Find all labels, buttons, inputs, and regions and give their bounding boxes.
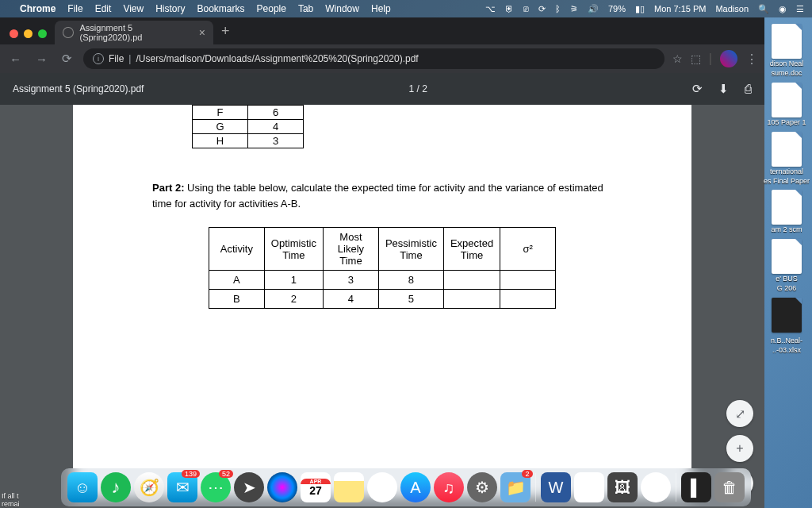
dock-appstore-icon[interactable]: A — [400, 472, 431, 502]
zoom-in-button[interactable]: + — [726, 435, 753, 462]
macos-menubar: Chrome File Edit View History Bookmarks … — [0, 0, 812, 17]
site-info-icon[interactable]: i — [93, 53, 104, 64]
forward-button[interactable]: → — [33, 52, 51, 66]
app-menu[interactable]: Chrome — [20, 3, 56, 14]
pdf-viewer[interactable]: F6 G4 H3 Part 2: Using the table below, … — [0, 105, 764, 508]
url-scheme: File — [109, 53, 124, 64]
globe-icon — [63, 27, 74, 38]
dock-word-icon[interactable]: W — [541, 472, 571, 502]
tab-title: Assignment 5 (Spring2020).pd — [80, 23, 193, 42]
window-controls — [3, 29, 55, 44]
download-icon[interactable]: ⬇ — [718, 82, 729, 96]
bookmark-star-icon[interactable]: ☆ — [672, 52, 683, 65]
dock-messages-icon[interactable]: ⋯52 — [201, 472, 231, 502]
dock-gallery-icon[interactable]: 🖼 — [607, 472, 638, 502]
dock-finder-icon[interactable]: ☺ — [67, 472, 98, 502]
battery-pct: 79% — [608, 4, 626, 13]
control-center-icon[interactable]: ◉ — [779, 4, 787, 14]
desktop-file[interactable]: 105 Paper 1 — [764, 83, 809, 127]
table-row: B245 — [209, 290, 555, 309]
rotate-icon[interactable]: ⟳ — [692, 82, 703, 96]
profile-avatar[interactable] — [720, 50, 737, 67]
close-tab-icon[interactable]: × — [199, 26, 205, 39]
menu-help[interactable]: Help — [371, 3, 391, 14]
back-button[interactable]: ← — [6, 52, 25, 66]
menu-history[interactable]: History — [155, 3, 185, 14]
activity-table: Activity Optimistic Time Most Likely Tim… — [209, 227, 556, 309]
maximize-window-button[interactable] — [38, 29, 47, 38]
dock-chrome-icon[interactable]: ◉ — [641, 472, 671, 502]
spotlight-icon[interactable]: 🔍 — [758, 4, 769, 14]
menu-edit[interactable]: Edit — [95, 3, 112, 14]
dock-calendar-icon[interactable]: APR27 — [301, 472, 331, 502]
desktop-file[interactable]: e' BUSG 206 — [764, 239, 809, 293]
desktop-file[interactable] — [764, 298, 809, 333]
battery-icon[interactable]: ▮▯ — [635, 4, 645, 14]
part2-text: Part 2: Using the table below, calculate… — [152, 180, 612, 211]
dock-settings-icon[interactable]: ⚙ — [467, 472, 497, 502]
dock-app-icon[interactable]: ➤ — [234, 472, 264, 502]
dock-mail-icon[interactable]: ✉139 — [167, 472, 197, 502]
desktop-file[interactable]: am 2 scm — [764, 190, 809, 234]
dock-spotify-icon[interactable]: ♪ — [101, 472, 131, 502]
dock-music-icon[interactable]: ♫ — [434, 472, 464, 502]
dock-photos-icon[interactable]: ❁ — [367, 472, 397, 502]
desktop-file[interactable]: dison Nealsume.doc — [764, 24, 809, 78]
bluetooth-icon[interactable]: ᛒ — [555, 4, 561, 13]
screen-icon[interactable]: ⎚ — [523, 4, 529, 13]
chrome-menu-icon[interactable]: ⋮ — [745, 52, 758, 67]
clock[interactable]: Mon 7:15 PM — [654, 4, 706, 13]
extension-icon[interactable]: ⬚ — [691, 52, 701, 65]
shield-icon[interactable]: ⛨ — [505, 4, 514, 13]
dock-siri-icon[interactable] — [267, 472, 297, 502]
dock-notes-icon[interactable] — [334, 472, 364, 502]
minimize-window-button[interactable] — [24, 29, 33, 38]
mini-table: F6 G4 H3 — [192, 105, 304, 148]
background-window-peek: If all t remai — [2, 492, 27, 508]
pdf-filename: Assignment 5 (Spring2020).pdf — [13, 83, 144, 94]
reload-button[interactable]: ⟳ — [59, 52, 75, 66]
menu-extra-icon[interactable]: ☰ — [796, 4, 804, 14]
fit-page-button[interactable]: ⤢ — [726, 400, 753, 427]
browser-tab[interactable]: Assignment 5 (Spring2020).pd × — [55, 21, 213, 44]
menu-bookmarks[interactable]: Bookmarks — [197, 3, 245, 14]
pdf-page-indicator: 1 / 2 — [409, 83, 427, 94]
desktop-file[interactable]: ternationales Final Paper — [764, 132, 809, 186]
chrome-window: Assignment 5 (Spring2020).pd × + ← → ⟳ i… — [0, 17, 764, 508]
volume-icon[interactable]: 🔊 — [588, 4, 599, 14]
table-row: A138 — [209, 271, 555, 290]
menu-view[interactable]: View — [123, 3, 144, 14]
tab-bar: Assignment 5 (Spring2020).pd × + — [0, 17, 764, 44]
desktop-files: dison Nealsume.doc 105 Paper 1 ternation… — [764, 24, 809, 355]
user-name[interactable]: Madison — [715, 4, 749, 13]
desktop-file[interactable]: n.B..Neal-..-03.xlsx — [764, 337, 809, 355]
refresh-icon[interactable]: ⟳ — [538, 4, 546, 14]
dock-microsoft-icon[interactable]: ⊞ — [574, 472, 604, 502]
dock-terminal-icon[interactable]: ▌ — [681, 472, 711, 502]
macos-dock: ☺ ♪ 🧭 ✉139 ⋯52 ➤ APR27 ❁ A ♫ ⚙ 📁2 W ⊞ 🖼 … — [61, 468, 751, 506]
new-tab-button[interactable]: + — [213, 23, 238, 44]
dock-trash-icon[interactable]: 🗑 — [714, 472, 745, 502]
address-bar[interactable]: i File | /Users/madison/Downloads/Assign… — [83, 48, 665, 69]
print-icon[interactable]: ⎙ — [745, 82, 752, 96]
status-icon[interactable]: ⌥ — [485, 4, 496, 14]
menu-tab[interactable]: Tab — [298, 3, 313, 14]
address-bar-row: ← → ⟳ i File | /Users/madison/Downloads/… — [0, 44, 764, 73]
dock-folder-icon[interactable]: 📁2 — [500, 472, 530, 502]
wifi-icon[interactable]: ⚞ — [570, 4, 578, 14]
url-path: /Users/madison/Downloads/Assignment%205%… — [136, 53, 418, 64]
menu-people[interactable]: People — [257, 3, 286, 14]
close-window-button[interactable] — [10, 29, 18, 38]
menu-window[interactable]: Window — [325, 3, 359, 14]
dock-safari-icon[interactable]: 🧭 — [134, 472, 164, 502]
pdf-toolbar: Assignment 5 (Spring2020).pdf 1 / 2 ⟳ ⬇ … — [0, 73, 764, 105]
pdf-page-1: F6 G4 H3 Part 2: Using the table below, … — [73, 105, 691, 498]
menu-file[interactable]: File — [67, 3, 82, 14]
